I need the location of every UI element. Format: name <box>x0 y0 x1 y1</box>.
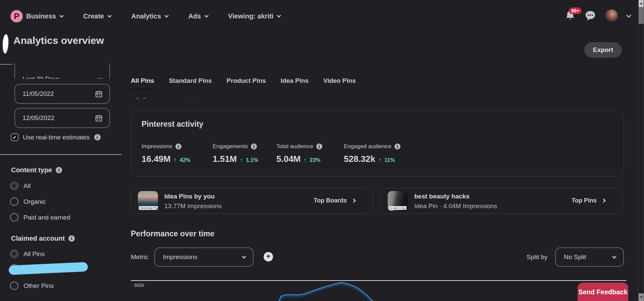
info-icon[interactable]: i <box>394 143 400 149</box>
chevron-down-icon <box>204 13 209 18</box>
metric-engagements: Engagements i 1.51M ↑ 1.1% <box>213 143 258 164</box>
card-action-label: Top Pins <box>572 197 597 204</box>
nav-item-label: Viewing: akriti <box>228 12 273 20</box>
tab-product-pins[interactable]: Product Pins <box>226 77 266 84</box>
metric-dropdown[interactable]: Impressions <box>154 247 254 267</box>
sidebar-divider <box>0 154 121 155</box>
active-tab-indicator <box>131 88 154 89</box>
nav-item-ads[interactable]: Ads <box>188 12 208 20</box>
account-switcher-chevron-icon[interactable] <box>626 12 632 18</box>
up-arrow-icon: ↑ <box>240 157 243 164</box>
top-boards-link[interactable]: Top Boards <box>314 197 355 204</box>
info-icon[interactable]: i <box>316 143 322 149</box>
content-type-option-organic[interactable]: Organic <box>10 197 46 206</box>
chevron-down-icon <box>277 13 281 18</box>
nav-item-viewing-account[interactable]: Viewing: akriti <box>228 12 280 20</box>
end-date-value: 12/05/2022 <box>22 114 95 122</box>
start-date-field[interactable]: 11/05/2022 <box>14 84 110 104</box>
add-metric-button[interactable]: + <box>264 252 273 261</box>
info-icon[interactable]: i <box>68 235 75 242</box>
metric-dropdown-label: Metric <box>131 253 148 261</box>
metric-change: 1.1% <box>246 157 258 163</box>
content-type-option-all[interactable]: All <box>10 182 31 190</box>
metric-total-audience: Total audience i 5.04M ↑ 23% <box>276 143 322 164</box>
profile-avatar[interactable] <box>605 9 618 22</box>
metric-change: 11% <box>384 157 395 163</box>
calendar-icon <box>95 90 103 98</box>
info-icon[interactable]: i <box>94 134 101 140</box>
start-date-value: 11/05/2022 <box>22 90 95 98</box>
info-icon[interactable]: i <box>175 143 181 149</box>
content-type-heading: Content type i <box>11 166 62 174</box>
scrollbar-down-button[interactable] <box>639 293 644 301</box>
chevron-right-icon <box>601 198 606 203</box>
pin-type-tabs: All Pins Standard Pins Product Pins Idea… <box>131 77 356 84</box>
claimed-account-title: Claimed account <box>11 235 65 242</box>
tab-idea-pins[interactable]: Idea Pins <box>281 77 309 84</box>
plus-icon: + <box>266 253 271 260</box>
nav-right-cluster: 99+ <box>565 0 631 27</box>
nav-item-business[interactable]: Business <box>26 12 63 20</box>
nav-item-create[interactable]: Create <box>83 12 111 20</box>
info-icon[interactable]: i <box>251 143 257 149</box>
page-header: Analytics overview Export <box>0 27 644 54</box>
scrollbar-thumb[interactable] <box>639 7 644 24</box>
split-by-dropdown[interactable]: No Split <box>555 247 624 267</box>
clipped-text-fragment <box>143 98 146 99</box>
pinterest-logo-icon[interactable]: P <box>10 10 23 22</box>
chevron-down-icon <box>107 13 112 18</box>
card-subtitle: 13.77M Impressions <box>164 202 222 210</box>
radio-icon <box>10 282 18 290</box>
claimed-option-other-pins[interactable]: Other Pins <box>10 282 54 290</box>
realtime-estimates-label: Use real-time estimates <box>23 134 90 141</box>
chevron-down-icon <box>98 76 103 79</box>
page-title: Analytics overview <box>13 35 104 46</box>
claimed-account-heading: Claimed account i <box>11 235 75 242</box>
tab-all-pins[interactable]: All Pins <box>131 77 154 84</box>
nav-item-label: Ads <box>188 12 201 20</box>
thumbnail-caption: Most Easy Pack <box>139 206 158 210</box>
radio-icon <box>10 197 18 206</box>
metric-value: 1.51M <box>213 154 237 164</box>
vertical-scrollbar[interactable] <box>638 0 644 301</box>
date-range-select[interactable]: Last 30 Days <box>14 64 110 79</box>
metric-dropdown-value: Impressions <box>163 253 238 261</box>
performance-chart: 800k <box>131 280 627 301</box>
white-scribble-redaction <box>2 34 9 54</box>
filters-sidebar: Last 30 Days 11/05/2022 12/05/2022 <box>0 54 121 301</box>
clipped-text-fragment <box>191 98 193 99</box>
chevron-down-icon <box>59 13 64 18</box>
metric-label: Total audience <box>276 143 313 150</box>
impressions-line-chart <box>131 281 627 301</box>
chat-bubble-icon <box>585 10 596 21</box>
notifications-button[interactable]: 99+ <box>565 10 576 21</box>
activity-card-title: Pinterest activity <box>142 120 203 129</box>
scrollbar-up-button[interactable] <box>639 0 644 7</box>
content-type-title: Content type <box>11 166 52 174</box>
send-feedback-button[interactable]: Send Feedback <box>578 283 628 301</box>
messages-button[interactable] <box>585 10 596 21</box>
top-nav: P Business Create Analytics Ads Viewing:… <box>0 0 644 27</box>
card-subtitle: Idea Pin · 4.04M Impressions <box>414 202 497 210</box>
nav-item-analytics[interactable]: Analytics <box>131 12 168 20</box>
up-arrow-icon: ↑ <box>174 157 177 164</box>
content-type-option-paid-earned[interactable]: Paid and earned <box>10 213 70 222</box>
nav-item-label: Business <box>26 12 56 20</box>
up-arrow-icon: ↑ <box>304 157 307 164</box>
realtime-estimates-checkbox[interactable]: ✓ <box>11 133 18 141</box>
end-date-field[interactable]: 12/05/2022 <box>14 108 110 128</box>
metric-value: 16.49M <box>142 154 171 164</box>
top-pins-card[interactable]: In Just 1 Day best beauty hacks Idea Pin… <box>380 188 623 214</box>
top-boards-card[interactable]: Most Easy Pack Idea Pins by you 13.77M I… <box>130 188 373 214</box>
pin-thumbnail-image: In Just 1 Day <box>388 191 408 211</box>
claimed-option-all-pins[interactable]: All Pins <box>10 250 45 258</box>
date-range-value: Last 30 Days <box>22 75 60 79</box>
up-arrow-icon: ↑ <box>378 157 381 164</box>
tab-standard-pins[interactable]: Standard Pins <box>169 77 212 84</box>
info-icon[interactable]: i <box>56 167 62 173</box>
tab-video-pins[interactable]: Video Pins <box>323 77 356 84</box>
top-pins-link[interactable]: Top Pins <box>572 197 605 204</box>
metric-label: Engagements <box>213 143 248 150</box>
thumbnail-caption: In Just 1 Day <box>389 206 407 210</box>
performance-section-title: Performance over time <box>131 229 214 238</box>
